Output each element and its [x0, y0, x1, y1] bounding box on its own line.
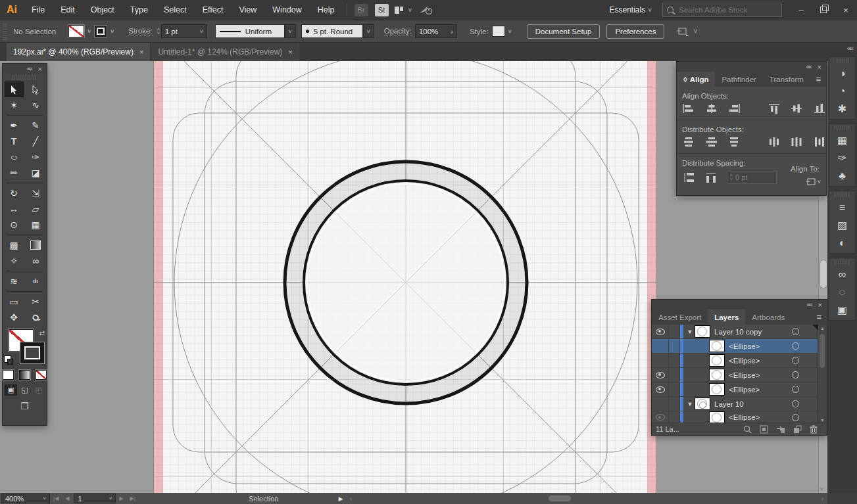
menu-file[interactable]: File [24, 0, 53, 20]
expand-dock-icon[interactable]: «« [847, 44, 852, 52]
horizontal-scroll-thumb[interactable] [549, 495, 571, 501]
distribute-bottom-button[interactable] [727, 136, 741, 148]
layer-row-layer10copy[interactable]: ▼ Layer 10 copy [652, 325, 827, 339]
distribute-right-button[interactable] [813, 136, 826, 148]
align-right-button[interactable] [727, 103, 741, 114]
cc-libraries-panel-icon[interactable]: ∞ [829, 265, 855, 283]
panel-gripper[interactable] [12, 75, 37, 80]
menu-edit[interactable]: Edit [53, 0, 83, 20]
layers-scrollbar[interactable]: ▲ ▼ [818, 325, 827, 424]
menu-window[interactable]: Window [264, 0, 309, 20]
tool-column-graph[interactable]: ılı [26, 273, 45, 289]
tab-transform[interactable]: Transform [763, 72, 810, 87]
color-themes-panel-icon[interactable]: ✱ [829, 100, 855, 118]
scroll-thumb[interactable] [820, 334, 825, 368]
change-screen-mode-icon[interactable]: ❐ [3, 401, 47, 411]
layer-row-layer10[interactable]: ▼ Layer 10 [652, 397, 827, 411]
opacity-link[interactable]: Opacity: [384, 27, 412, 36]
transparency-panel-icon[interactable]: ◐ [829, 234, 855, 252]
prev-artboard-icon[interactable]: ◀ [65, 495, 69, 501]
tool-gradient[interactable] [26, 237, 45, 253]
chevron-down-icon[interactable]: ˅ [408, 7, 412, 14]
tool-eraser[interactable]: ◪ [26, 165, 45, 181]
tool-magic-wand[interactable]: ✶ [5, 97, 24, 113]
fill-dropdown[interactable]: ˅ [84, 24, 94, 38]
dock-gripper[interactable] [835, 126, 850, 130]
gradient-panel-icon[interactable]: ▨ [829, 216, 855, 234]
make-clipping-mask-icon[interactable] [760, 425, 768, 434]
align-vcenter-button[interactable] [790, 103, 803, 114]
layer-thumbnail[interactable] [709, 369, 725, 381]
stroke-link[interactable]: Stroke: [128, 27, 152, 36]
tool-curvature[interactable]: ✎ [26, 118, 45, 133]
doc-tab-192px[interactable]: 192px.ai* @ 400% (RGB/Preview)× [7, 43, 150, 61]
tab-asset-export[interactable]: Asset Export [652, 309, 708, 325]
new-layer-icon[interactable] [793, 425, 802, 434]
workspace-switcher[interactable]: Essentials˅ [609, 5, 654, 14]
delete-layer-trash-icon[interactable] [810, 425, 818, 434]
last-artboard-icon[interactable]: ▶| [130, 495, 135, 501]
close-tab-icon[interactable]: × [288, 48, 292, 56]
tool-paintbrush[interactable]: ✑ [26, 149, 45, 165]
align-top-button[interactable] [768, 103, 781, 114]
target-circle[interactable] [792, 357, 799, 364]
target-circle[interactable] [792, 328, 799, 335]
tab-layers[interactable]: Layers [708, 309, 745, 325]
tool-eyedropper[interactable]: ✧ [5, 253, 24, 269]
scroll-up-icon[interactable]: ▲ [820, 326, 825, 331]
layer-row-ellipse[interactable]: ▼ <Ellipse> [652, 368, 827, 382]
dock-gripper[interactable] [835, 260, 850, 264]
locate-object-icon[interactable] [743, 425, 752, 434]
brushes-panel-icon[interactable]: ✑ [829, 149, 855, 167]
menu-help[interactable]: Help [310, 0, 343, 20]
preferences-button[interactable]: Preferences [606, 24, 664, 39]
stroke-color-swatch[interactable] [94, 25, 107, 37]
target-circle[interactable] [792, 400, 799, 407]
bridge-button[interactable]: Br [355, 4, 368, 16]
vertical-spacing-button[interactable] [682, 172, 697, 183]
distribute-left-button[interactable] [768, 136, 781, 148]
spacing-value-field[interactable]: ˄˅0 pt [727, 171, 777, 184]
minimize-button[interactable]: – [790, 5, 812, 15]
expand-chevron-icon[interactable]: ▼ [685, 329, 695, 335]
align-left-button[interactable] [682, 103, 695, 114]
brush-definition-dropdown[interactable]: 5 pt. Round [301, 24, 363, 38]
align-bottom-button[interactable] [813, 103, 826, 114]
color-panel-icon[interactable]: ◑ [829, 64, 855, 82]
stroke-weight-field[interactable]: 1 pt˅ [161, 24, 207, 38]
layer-name[interactable]: <Ellipse> [729, 357, 760, 365]
tool-selection[interactable] [5, 81, 24, 97]
close-panel-icon[interactable]: × [38, 65, 42, 73]
align-options-icon[interactable] [676, 26, 691, 37]
none-button[interactable] [36, 370, 47, 380]
artboard-number-dropdown[interactable]: 1˅ [74, 493, 116, 503]
artboard[interactable] [153, 61, 657, 493]
arrange-documents-icon[interactable] [395, 7, 403, 14]
target-circle[interactable] [792, 342, 799, 350]
expand-chevron-icon[interactable]: ▼ [685, 401, 695, 407]
tab-pathfinder[interactable]: Pathfinder [715, 72, 762, 87]
tool-hand[interactable]: ✥ [5, 309, 24, 325]
draw-behind-icon[interactable]: ◱ [18, 384, 31, 396]
profile-dropdown-arrow[interactable]: ˅ [285, 24, 296, 38]
tool-symbol-sprayer[interactable]: ≋ [5, 273, 24, 289]
layer-thumbnail[interactable] [709, 383, 725, 396]
color-button[interactable] [3, 370, 14, 380]
opacity-field[interactable]: 100%› [415, 24, 457, 38]
tool-rotate[interactable]: ↻ [5, 185, 24, 201]
visibility-eye-icon[interactable] [656, 414, 665, 421]
style-dropdown-arrow[interactable]: ˅ [505, 24, 515, 38]
search-input[interactable] [677, 5, 759, 14]
tool-scale[interactable]: ⇲ [26, 185, 45, 201]
default-fill-stroke-icon[interactable] [4, 355, 11, 363]
tool-mesh[interactable]: ▩ [5, 237, 24, 253]
fill-color-swatch[interactable] [68, 25, 84, 37]
layer-name[interactable]: Layer 10 [714, 400, 744, 408]
isolate-mode-icon[interactable] [776, 425, 785, 434]
menu-select[interactable]: Select [156, 0, 195, 20]
tool-pen[interactable]: ✒ [5, 118, 24, 133]
panel-menu-icon[interactable]: ≡ [816, 74, 821, 84]
menu-view[interactable]: View [231, 0, 264, 20]
tool-zoom[interactable]: Q [26, 309, 45, 325]
layer-name[interactable]: <Ellipse> [729, 371, 760, 379]
